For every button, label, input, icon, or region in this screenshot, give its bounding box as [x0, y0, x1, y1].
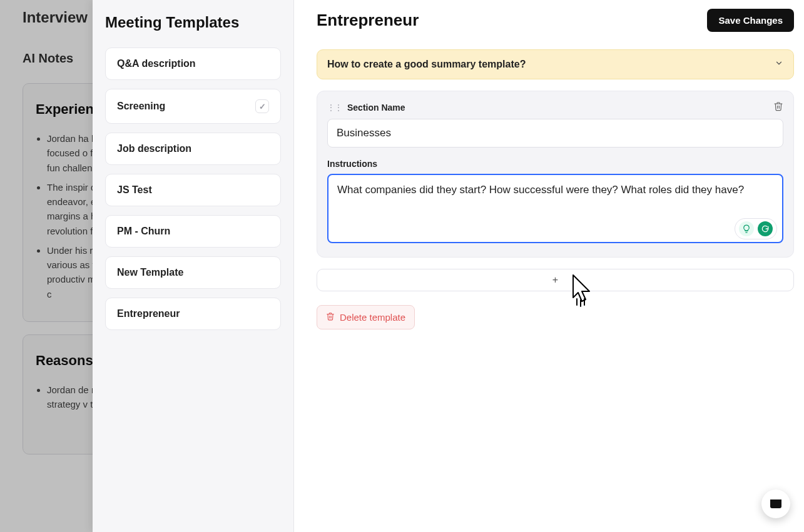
drawer-heading: Meeting Templates: [105, 14, 281, 31]
templates-drawer: Meeting Templates Q&A description Screen…: [93, 0, 294, 532]
drag-handle-icon[interactable]: ⋮⋮: [327, 104, 342, 111]
template-item-pmchurn[interactable]: PM - Churn: [105, 215, 281, 248]
trash-icon[interactable]: [773, 101, 783, 114]
delete-template-button[interactable]: Delete template: [317, 305, 415, 329]
instructions-textarea[interactable]: [327, 174, 783, 243]
chat-widget[interactable]: [761, 489, 790, 518]
template-editor: Entrepreneur Save Changes How to create …: [294, 0, 804, 532]
template-label: Job description: [117, 143, 191, 154]
plus-icon: +: [552, 274, 558, 286]
template-label: Q&A description: [117, 58, 196, 69]
intercom-icon: [770, 499, 781, 508]
delete-template-label: Delete template: [340, 312, 405, 323]
tip-banner[interactable]: How to create a good summary template?: [317, 49, 794, 79]
section-name-label: Section Name: [347, 103, 405, 113]
tip-text: How to create a good summary template?: [327, 59, 526, 70]
template-item-entrepreneur[interactable]: Entrepreneur: [105, 298, 281, 330]
template-label: JS Test: [117, 184, 152, 196]
grammarly-icon[interactable]: [758, 221, 773, 236]
save-button[interactable]: Save Changes: [707, 9, 794, 32]
section-box: ⋮⋮ Section Name Instructions: [317, 91, 794, 258]
section-name-input[interactable]: [327, 119, 783, 148]
add-section-button[interactable]: +: [317, 269, 794, 291]
editor-title: Entrepreneur: [317, 11, 419, 30]
chevron-down-icon: [775, 59, 783, 70]
template-item-screening[interactable]: Screening ✓: [105, 89, 281, 124]
check-icon: ✓: [255, 99, 269, 113]
template-label: New Template: [117, 267, 183, 278]
template-label: Entrepreneur: [117, 308, 180, 319]
lightbulb-icon[interactable]: [739, 221, 754, 236]
instructions-label: Instructions: [327, 159, 783, 169]
template-item-new[interactable]: New Template: [105, 256, 281, 289]
template-label: Screening: [117, 101, 165, 112]
template-item-qa[interactable]: Q&A description: [105, 48, 281, 80]
text-helper-badges: [735, 218, 777, 239]
template-label: PM - Churn: [117, 226, 170, 237]
trash-icon: [326, 312, 335, 323]
template-item-jstest[interactable]: JS Test: [105, 174, 281, 206]
template-item-job[interactable]: Job description: [105, 133, 281, 165]
